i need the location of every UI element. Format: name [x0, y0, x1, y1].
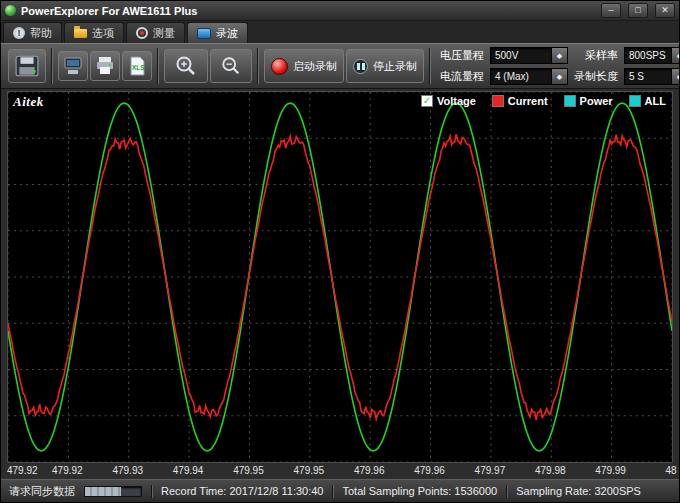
- tab-options[interactable]: 选项: [64, 22, 124, 43]
- legend-swatch: [492, 95, 504, 107]
- sync-progress-bar: [84, 486, 142, 497]
- record-time-text: Record Time: 2017/12/8 11:30:40: [161, 485, 323, 497]
- tab-bar: ! 帮助 选项 测量 录波: [1, 21, 679, 43]
- legend-item-current[interactable]: Current: [492, 95, 548, 107]
- x-tick-label: 479.94: [173, 465, 204, 476]
- status-separator: [506, 485, 507, 498]
- maximize-button[interactable]: □: [628, 3, 648, 18]
- chevron-down-icon[interactable]: ◆: [671, 69, 679, 84]
- legend-label: Voltage: [437, 95, 476, 107]
- legend-label: ALL: [645, 95, 666, 107]
- tab-label: 选项: [92, 26, 114, 41]
- status-separator: [151, 485, 152, 498]
- chevron-down-icon[interactable]: ◆: [671, 48, 679, 63]
- status-separator: [332, 485, 333, 498]
- stop-record-label: 停止录制: [373, 59, 417, 74]
- x-tick-label: 479.97: [475, 465, 506, 476]
- save-button[interactable]: [8, 49, 46, 83]
- sample-rate-value: 800SPS: [625, 50, 671, 61]
- waveform-svg: [8, 92, 672, 462]
- brand-logo: Aitek: [13, 94, 44, 110]
- voltage-range-select[interactable]: 500V ◆: [490, 47, 568, 64]
- stop-record-button[interactable]: 停止录制: [346, 49, 424, 83]
- record-length-select[interactable]: 5 S ◆: [624, 68, 679, 85]
- x-tick-label: 479.95: [233, 465, 264, 476]
- legend-item-voltage[interactable]: ✓Voltage: [421, 95, 476, 107]
- sync-status-text: 请求同步数据: [9, 484, 75, 499]
- current-range-value: 4 (Max): [491, 71, 551, 82]
- zoom-in-button[interactable]: [164, 49, 208, 83]
- tab-record-wave[interactable]: 录波: [187, 22, 248, 43]
- current-range-select[interactable]: 4 (Max) ◆: [490, 68, 568, 85]
- export-xls-button[interactable]: XLS: [122, 51, 152, 81]
- chevron-down-icon[interactable]: ◆: [551, 48, 567, 63]
- zoom-out-button[interactable]: [210, 49, 252, 83]
- start-record-button[interactable]: 启动录制: [264, 49, 344, 83]
- printer-icon: [95, 56, 115, 76]
- scope-display[interactable]: Aitek ✓VoltageCurrentPowerALL: [7, 91, 673, 463]
- window-title: PowerExplorer For AWE1611 Plus: [21, 5, 594, 17]
- tab-help[interactable]: ! 帮助: [3, 22, 62, 43]
- xls-label: XLS: [132, 64, 145, 71]
- toolbar-separator: [257, 48, 259, 84]
- zoom-group: [161, 49, 255, 83]
- pause-icon: [353, 59, 368, 74]
- x-tick-label: 479.99: [595, 465, 626, 476]
- zoom-out-icon: [221, 56, 241, 76]
- toolbar-separator: [51, 48, 53, 84]
- zoom-in-icon: [175, 55, 197, 77]
- voltage-range-label: 电压量程: [440, 48, 484, 63]
- sample-rate-label: 采样率: [574, 48, 618, 63]
- legend-swatch: [629, 95, 641, 107]
- app-icon: [5, 5, 16, 16]
- x-axis-ticks: 479.92479.92479.93479.94479.95479.95479.…: [7, 463, 680, 479]
- record-length-value: 5 S: [625, 71, 671, 82]
- legend-swatch: [564, 95, 576, 107]
- sync-progress-fill: [85, 487, 121, 496]
- x-tick-label: 479.92: [52, 465, 83, 476]
- x-tick-label: 479.98: [535, 465, 566, 476]
- record-group: 启动录制 停止录制: [261, 49, 427, 83]
- current-range-label: 电流量程: [440, 69, 484, 84]
- toolbar-separator: [157, 48, 159, 84]
- app-window: PowerExplorer For AWE1611 Plus – □ ✕ ! 帮…: [0, 0, 680, 503]
- sample-rate-select[interactable]: 800SPS ◆: [624, 47, 679, 64]
- export-group: XLS: [55, 51, 155, 81]
- tab-measure[interactable]: 测量: [126, 22, 185, 43]
- options-folder-icon: [74, 29, 87, 38]
- sampling-rate-text: Sampling Rate: 3200SPS: [516, 485, 641, 497]
- xls-file-icon: XLS: [127, 56, 147, 76]
- help-icon: !: [13, 27, 25, 39]
- monitor-icon: [197, 28, 211, 39]
- tab-label: 录波: [216, 26, 238, 41]
- settings-panel: 电压量程 500V ◆ 采样率 800SPS ◆ 电流量程 4 (Max) ◆ …: [440, 47, 679, 85]
- x-tick-label: 479.96: [354, 465, 385, 476]
- voltage-range-value: 500V: [491, 50, 551, 61]
- chevron-down-icon[interactable]: ◆: [551, 69, 567, 84]
- legend: ✓VoltageCurrentPowerALL: [421, 95, 666, 107]
- start-record-label: 启动录制: [293, 59, 337, 74]
- toolbar-separator: [429, 48, 431, 84]
- x-tick-label: 479.95: [294, 465, 325, 476]
- legend-item-all[interactable]: ALL: [629, 95, 666, 107]
- floppy-disk-icon: [15, 55, 39, 77]
- x-tick-label: 479.92: [7, 465, 38, 476]
- x-tick-label: 479.93: [112, 465, 143, 476]
- x-tick-label: 48: [665, 465, 676, 476]
- close-button[interactable]: ✕: [655, 3, 675, 18]
- legend-label: Power: [580, 95, 613, 107]
- file-group: [5, 49, 49, 83]
- legend-item-power[interactable]: Power: [564, 95, 613, 107]
- minimize-button[interactable]: –: [601, 3, 621, 18]
- gauge-icon: [136, 27, 148, 39]
- title-bar: PowerExplorer For AWE1611 Plus – □ ✕: [1, 1, 679, 21]
- scope-grid: [8, 92, 672, 462]
- print-button[interactable]: [90, 51, 120, 81]
- tab-label: 帮助: [30, 26, 52, 41]
- status-bar: 请求同步数据 Record Time: 2017/12/8 11:30:40 T…: [1, 479, 679, 502]
- save-image-button[interactable]: [58, 51, 88, 81]
- total-points-text: Total Sampling Points: 1536000: [342, 485, 497, 497]
- legend-swatch: ✓: [421, 95, 433, 107]
- record-icon: [271, 58, 288, 75]
- x-tick-label: 479.96: [414, 465, 445, 476]
